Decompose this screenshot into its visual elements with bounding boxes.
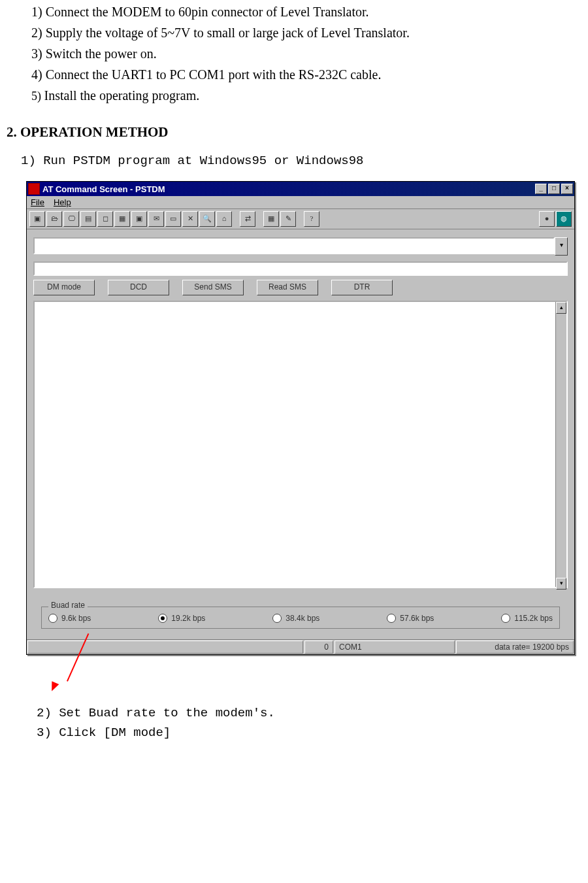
toolbar-btn-2[interactable]: 🗁 [46,211,62,227]
step-2: 2) Supply the voltage of 5~7V to small o… [31,24,581,42]
toolbar-btn-1[interactable]: ▣ [29,211,45,227]
toolbar-btn-help[interactable]: ? [304,211,319,227]
step-1: 1) Connect the MODEM to 60pin connector … [31,3,581,21]
scroll-up-button[interactable]: ▴ [556,302,566,314]
baud-9600[interactable]: 9.6k bps [48,614,91,623]
close-button[interactable]: × [561,184,573,194]
screenshot-window-wrap: AT Command Screen - PSTDM _ □ × File Hel… [26,181,575,701]
app-window: AT Command Screen - PSTDM _ □ × File Hel… [26,181,575,655]
status-bar: 0 COM1 data rate= 19200 bps [27,639,574,654]
send-sms-button[interactable]: Send SMS [182,280,244,295]
baud-38400[interactable]: 38.4k bps [272,614,319,623]
baud-57600-label: 57.6k bps [400,614,434,623]
baud-115200-label: 115.2k bps [514,614,553,623]
app-icon [28,183,40,195]
toolbar-btn-14[interactable]: ▦ [263,211,279,227]
operation-step-2: 2) Set Buad rate to the modem's. [37,706,581,720]
toolbar-btn-6[interactable]: ▦ [114,211,130,227]
status-cell-count: 0 [304,641,333,654]
annotation-arrow [26,655,575,701]
dtr-button[interactable]: DTR [331,280,393,295]
dropdown-button[interactable]: ▾ [555,237,568,256]
menu-bar: File Help [27,196,574,209]
output-textarea[interactable] [33,301,568,588]
toolbar-btn-9[interactable]: ▭ [165,211,181,227]
toolbar-btn-8[interactable]: ✉ [148,211,164,227]
section-2-heading: 2. OPERATION METHOD [7,124,581,141]
baud-115200[interactable]: 115.2k bps [501,614,553,623]
baud-rate-group: Buad rate 9.6k bps 19.2k bps 38.4k bp [41,607,560,629]
baud-19200[interactable]: 19.2k bps [158,614,205,623]
toolbar-btn-7[interactable]: ▣ [131,211,147,227]
toolbar-btn-13[interactable]: ⇄ [240,211,255,227]
window-content: ▾ DM mode DCD Send SMS Read SMS DTR ▴ [27,229,574,639]
step-5: 5) Install the operating program. [31,86,581,105]
radio-icon [272,614,282,623]
step-3: 3) Switch the power on. [31,44,581,63]
toolbar-btn-15[interactable]: ✎ [280,211,296,227]
operation-step-3: 3) Click [DM mode] [37,725,581,740]
toolbar-btn-11[interactable]: 🔍 [199,211,215,227]
button-row: DM mode DCD Send SMS Read SMS DTR [33,280,568,295]
toolbar-btn-12[interactable]: ⌂ [216,211,232,227]
window-title: AT Command Screen - PSTDM [42,184,535,194]
toolbar-btn-status[interactable]: ● [539,211,555,227]
radio-icon [501,614,510,623]
radio-icon-selected [158,614,167,623]
command-input-2[interactable] [33,261,568,276]
baud-9600-label: 9.6k bps [61,614,91,623]
toolbar-btn-4[interactable]: ▤ [80,211,96,227]
baud-rate-legend: Buad rate [48,601,88,610]
toolbar: ▣ 🗁 🖵 ▤ ◻ ▦ ▣ ✉ ▭ ✕ 🔍 ⌂ ⇄ ▦ ✎ ? ● [27,209,574,229]
status-cell-empty [27,641,303,654]
scroll-down-button[interactable]: ▾ [556,578,566,590]
title-bar[interactable]: AT Command Screen - PSTDM _ □ × [27,182,574,196]
radio-icon [48,614,57,623]
toolbar-btn-5[interactable]: ◻ [97,211,113,227]
dm-mode-button[interactable]: DM mode [33,280,95,295]
baud-57600[interactable]: 57.6k bps [387,614,434,623]
dcd-button[interactable]: DCD [108,280,169,295]
menu-file-label: File [31,197,44,207]
toolbar-btn-globe[interactable]: ◍ [556,211,572,227]
baud-19200-label: 19.2k bps [171,614,205,623]
read-sms-button[interactable]: Read SMS [257,280,318,295]
menu-help-label: Help [54,197,71,207]
command-input[interactable] [33,237,555,254]
baud-38400-label: 38.4k bps [286,614,319,623]
step-4: 4) Connect the UART1 to PC COM1 port wit… [31,65,581,84]
toolbar-btn-3[interactable]: 🖵 [63,211,79,227]
menu-help[interactable]: Help [54,197,71,207]
command-combo: ▾ [33,237,568,256]
status-cell-rate: data rate= 19200 bps [456,641,574,654]
maximize-button[interactable]: □ [548,184,560,194]
step-5-num: 5) [31,90,44,103]
scroll-track[interactable] [556,314,566,578]
operation-step-1: 1) Run PSTDM program at Windows95 or Win… [21,154,581,168]
output-area: ▴ ▾ [33,301,568,588]
toolbar-btn-10[interactable]: ✕ [182,211,198,227]
menu-file[interactable]: File [31,197,44,207]
command-line-2 [33,259,568,276]
status-cell-port: COM1 [335,641,455,654]
radio-icon [387,614,396,623]
scrollbar[interactable]: ▴ ▾ [555,302,566,587]
arrow-head-icon [48,681,59,693]
minimize-button[interactable]: _ [535,184,547,194]
step-5-text: Install the operating program. [44,88,200,103]
